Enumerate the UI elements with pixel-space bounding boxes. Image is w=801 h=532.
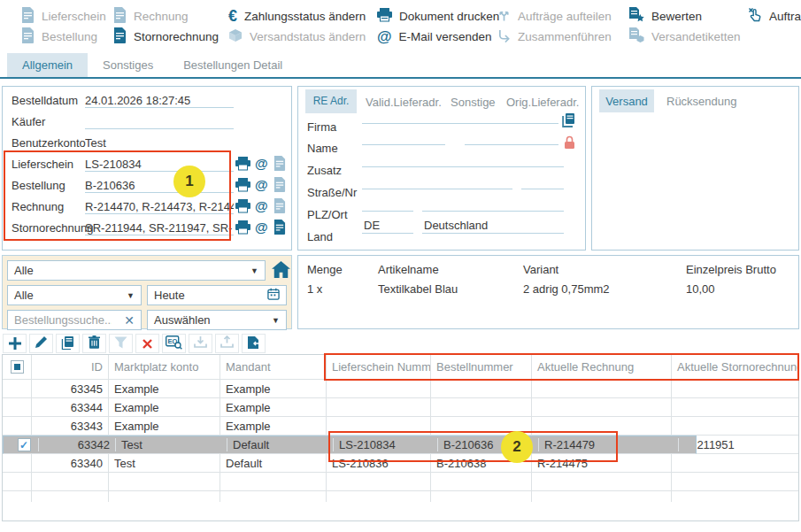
- table-row[interactable]: 63340 Test Default LS-210836 B-210638 R-…: [3, 454, 798, 473]
- tab-ruecksendung[interactable]: Rücksendung: [666, 95, 737, 108]
- document-stornorechnung-icon[interactable]: [273, 220, 286, 237]
- toolbar-rechnung-button[interactable]: Rechnung: [113, 7, 189, 25]
- table-row-selected[interactable]: ✓ 63342 Test Default LS-210834 B-210636 …: [3, 436, 697, 454]
- col-header-lieferschein-nummer[interactable]: Lieferschein Nummer: [327, 355, 431, 379]
- table-row[interactable]: 63343 Example Example: [3, 417, 798, 436]
- name-field-2[interactable]: [465, 130, 558, 145]
- print-lieferschein-icon[interactable]: [235, 157, 250, 173]
- toolbar-email-versenden-button[interactable]: @ E-Mail versenden: [377, 27, 492, 45]
- name-field-1[interactable]: [362, 130, 445, 145]
- email-rechnung-icon[interactable]: @: [255, 199, 268, 212]
- toolbar-lieferschein-button[interactable]: Lieferschein: [21, 7, 106, 25]
- toolbar-auftrag-stornieren-button[interactable]: Auftra: [748, 7, 801, 25]
- search-details-button[interactable]: EQ: [162, 334, 186, 353]
- row-checkbox-cell[interactable]: ✓: [10, 438, 39, 451]
- document-rechnung-icon[interactable]: [273, 198, 286, 216]
- zusatz-field[interactable]: [362, 152, 564, 167]
- stornorechnung-field[interactable]: SR-211944, SR-211947, SR-: [85, 221, 234, 235]
- clear-filter-button[interactable]: [135, 334, 159, 353]
- col-header-marktplatz-konto[interactable]: Marktplatz konto: [109, 355, 220, 379]
- row-checkbox-cell[interactable]: [3, 454, 32, 472]
- hausnummer-field[interactable]: [521, 174, 564, 189]
- lock-icon[interactable]: [564, 135, 575, 152]
- status-filter-select[interactable]: Alle ▼: [7, 260, 266, 281]
- toolbar-zahlungsstatus-button[interactable]: € Zahlungsstatus ändern: [228, 7, 366, 25]
- tab-valid-lieferadr[interactable]: Valid.Lieferadr.: [366, 96, 442, 109]
- toolbar-versandstatus-button[interactable]: Versandstatus ändern: [228, 27, 366, 45]
- lieferschein-field[interactable]: LS-210834: [85, 158, 234, 172]
- action-select[interactable]: Auswählen ▼: [147, 310, 287, 330]
- print-stornorechnung-icon[interactable]: [235, 220, 250, 237]
- item-menge[interactable]: 1 x: [307, 282, 322, 296]
- land-name-field[interactable]: Deutschland: [422, 219, 564, 234]
- copy-address-icon[interactable]: [561, 112, 576, 131]
- package-icon: [228, 28, 243, 45]
- toolbar-versandetiketten-button[interactable]: Versandetiketten: [628, 27, 741, 45]
- kaeufer-field[interactable]: [85, 115, 234, 129]
- bestelldatum-field[interactable]: 24.01.2026 18:27:45: [85, 94, 234, 108]
- stornorechnung-label: Stornorechnung: [12, 221, 88, 235]
- delete-row-button[interactable]: [82, 334, 106, 353]
- tab-allgemein[interactable]: Allgemein: [7, 53, 88, 77]
- tab-sonstige[interactable]: Sonstige: [451, 96, 496, 109]
- type-filter-select[interactable]: Alle ▼: [7, 285, 142, 305]
- col-header-bestellnummer[interactable]: Bestellnummer: [431, 355, 532, 379]
- cell-empty: [431, 473, 532, 490]
- document-lieferschein-icon[interactable]: [273, 156, 286, 173]
- tab-versand[interactable]: Versand: [599, 89, 654, 112]
- copy-row-button[interactable]: [56, 334, 80, 353]
- order-search-input[interactable]: [8, 313, 118, 327]
- toolbar-zusammenfuehren-button[interactable]: Zusammenführen: [497, 27, 612, 45]
- tab-orig-lieferadr[interactable]: Orig.Lieferadr.: [506, 96, 579, 109]
- item-einzelpreis[interactable]: 10,00: [686, 282, 715, 296]
- ort-field[interactable]: [422, 197, 564, 212]
- cell-stornorechnung: [672, 417, 798, 435]
- export-document-button[interactable]: [242, 334, 266, 353]
- cell-stornorechnung: [672, 380, 798, 397]
- import-button[interactable]: [189, 334, 212, 353]
- print-bestellung-icon[interactable]: [235, 178, 250, 195]
- row-checkbox-checked[interactable]: ✓: [18, 438, 31, 451]
- table-row[interactable]: 63344 Example Example: [3, 398, 798, 417]
- tab-bestellungen-detail[interactable]: Bestellungen Detail: [168, 53, 297, 77]
- email-lieferschein-icon[interactable]: @: [255, 157, 268, 170]
- col-header-aktuelle-rechnung[interactable]: Aktuelle Rechnung: [532, 355, 672, 379]
- row-checkbox-cell[interactable]: [3, 398, 32, 416]
- clear-search-icon[interactable]: ✕: [118, 313, 141, 328]
- col-header-aktuelle-stornorechnung[interactable]: Aktuelle Stornorechnung: [672, 355, 798, 379]
- export-button[interactable]: [215, 334, 239, 353]
- toolbar-bewerten-button[interactable]: Bewerten: [628, 7, 702, 25]
- select-all-checkbox-cell[interactable]: [3, 355, 32, 379]
- land-code-field[interactable]: DE: [362, 219, 413, 234]
- row-checkbox-cell[interactable]: [3, 417, 32, 435]
- cell-id: 63345: [32, 380, 109, 397]
- strasse-field[interactable]: [362, 174, 512, 189]
- select-all-checkbox[interactable]: [11, 360, 24, 374]
- rechnung-field[interactable]: R-214470, R-214473, R-2144: [85, 200, 234, 214]
- toolbar-dokument-drucken-button[interactable]: Dokument drucken: [377, 7, 499, 25]
- date-filter-select[interactable]: Heute: [147, 285, 287, 305]
- col-header-id[interactable]: ID: [32, 355, 109, 379]
- firma-field[interactable]: [362, 109, 558, 124]
- bestellung-field[interactable]: B-210636: [85, 179, 234, 193]
- toolbar-auftraege-aufteilen-button[interactable]: Aufträge aufteilen: [497, 7, 612, 25]
- home-icon[interactable]: [271, 260, 291, 281]
- toolbar-label: Dokument drucken: [399, 10, 499, 23]
- row-checkbox-cell[interactable]: [3, 380, 32, 397]
- filter-button[interactable]: [109, 334, 133, 353]
- print-rechnung-icon[interactable]: [235, 199, 250, 216]
- item-variant[interactable]: 2 adrig 0,75mm2: [523, 282, 610, 296]
- item-artikelname[interactable]: Textilkabel Blau: [378, 282, 458, 296]
- plz-field[interactable]: [362, 197, 413, 212]
- table-row[interactable]: 63345 Example Example: [3, 380, 798, 398]
- tab-re-adr[interactable]: RE Adr.: [305, 89, 357, 113]
- email-bestellung-icon[interactable]: @: [255, 178, 268, 191]
- add-row-button[interactable]: [3, 334, 27, 353]
- col-header-mandant[interactable]: Mandant: [220, 355, 327, 379]
- email-stornorechnung-icon[interactable]: @: [255, 220, 268, 234]
- document-bestellung-icon[interactable]: [273, 177, 286, 195]
- edit-row-button[interactable]: [29, 334, 53, 353]
- toolbar-bestellung-button[interactable]: Bestellung: [21, 27, 97, 45]
- toolbar-stornorechnung-button[interactable]: Stornorechnung: [113, 27, 219, 45]
- tab-sonstiges[interactable]: Sonstiges: [88, 53, 168, 77]
